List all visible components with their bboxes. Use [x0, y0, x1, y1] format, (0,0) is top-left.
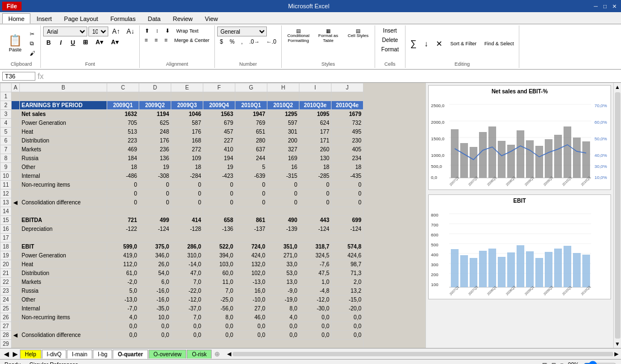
- cell[interactable]: 0,0: [203, 331, 235, 340]
- tab-review[interactable]: Review: [167, 13, 199, 24]
- cell[interactable]: 286,0: [171, 242, 203, 251]
- cell[interactable]: 1295: [267, 110, 299, 119]
- formula-input[interactable]: [46, 72, 619, 80]
- cell[interactable]: 272: [171, 145, 203, 154]
- tab-insert[interactable]: Insert: [30, 13, 58, 24]
- cell[interactable]: Non-recurring items: [20, 313, 107, 322]
- cell[interactable]: Markets: [20, 278, 107, 287]
- cell[interactable]: -15,0: [331, 296, 364, 304]
- cell[interactable]: 8,0: [203, 313, 235, 322]
- format-painter-button[interactable]: 🖌: [27, 49, 38, 57]
- cell[interactable]: 513: [107, 128, 139, 136]
- vertical-scrollbar[interactable]: ▲ ▼: [613, 83, 621, 348]
- cell[interactable]: 0,0: [299, 331, 331, 340]
- cell[interactable]: 132,0: [235, 260, 267, 269]
- align-bottom-button[interactable]: ⬇: [162, 27, 172, 35]
- cell[interactable]: [12, 287, 20, 296]
- cell[interactable]: 1095: [299, 110, 331, 119]
- cell[interactable]: 0: [107, 198, 139, 207]
- cell[interactable]: 102,0: [235, 269, 267, 278]
- col-header-G[interactable]: G: [235, 83, 267, 92]
- cell[interactable]: 18: [331, 163, 364, 172]
- font-size-select[interactable]: 10: [88, 27, 108, 36]
- cell[interactable]: 200: [267, 136, 299, 145]
- cell[interactable]: 394,0: [203, 251, 235, 260]
- view-normal-icon[interactable]: ▦: [542, 362, 547, 364]
- cell[interactable]: 2010Q4e: [331, 101, 364, 110]
- cell[interactable]: -22,0: [171, 287, 203, 296]
- cell[interactable]: [203, 207, 235, 216]
- cell[interactable]: [12, 154, 20, 163]
- cell[interactable]: 375,0: [139, 242, 171, 251]
- cell[interactable]: 0: [203, 181, 235, 189]
- cell[interactable]: -4,8: [299, 287, 331, 296]
- fill-color-button[interactable]: A▾: [92, 38, 107, 47]
- tab-formulas[interactable]: Formulas: [104, 13, 142, 24]
- cell[interactable]: 6,0: [139, 278, 171, 287]
- cell[interactable]: -19,0: [267, 296, 299, 304]
- comma-button[interactable]: ,: [239, 38, 246, 46]
- cell[interactable]: 136: [139, 154, 171, 163]
- font-name-select[interactable]: Arial: [43, 27, 87, 36]
- cell[interactable]: 0,0: [235, 322, 267, 331]
- cell[interactable]: Non-recurring items: [20, 181, 107, 189]
- scroll-right-tab-button[interactable]: ▶: [11, 350, 19, 358]
- bold-button[interactable]: B: [43, 38, 54, 47]
- cell-reference-input[interactable]: [2, 72, 35, 81]
- cell[interactable]: 732: [331, 119, 364, 128]
- cell[interactable]: -2,0: [107, 278, 139, 287]
- font-color-button[interactable]: A▾: [108, 38, 122, 47]
- cell[interactable]: 410: [203, 145, 235, 154]
- cell[interactable]: 177: [299, 128, 331, 136]
- cell[interactable]: 0,0: [107, 331, 139, 340]
- cell[interactable]: 861: [235, 216, 267, 225]
- cell[interactable]: 112,0: [107, 260, 139, 269]
- cell[interactable]: 637: [235, 145, 267, 154]
- cell[interactable]: 0: [235, 198, 267, 207]
- cell[interactable]: 7,0: [171, 313, 203, 322]
- cell[interactable]: 721: [107, 216, 139, 225]
- cell[interactable]: -7,6: [299, 260, 331, 269]
- cell[interactable]: Power Generation: [20, 251, 107, 260]
- cell[interactable]: 1563: [203, 110, 235, 119]
- view-break-icon[interactable]: ≡: [560, 362, 564, 364]
- cell[interactable]: [12, 313, 20, 322]
- cell[interactable]: 0: [299, 189, 331, 198]
- cell[interactable]: 26,0: [139, 260, 171, 269]
- cell[interactable]: 1632: [107, 110, 139, 119]
- cell[interactable]: Heat: [20, 128, 107, 136]
- cell[interactable]: EBIT: [20, 242, 107, 251]
- cell[interactable]: Internal: [20, 172, 107, 181]
- scroll-down-button[interactable]: ▼: [614, 340, 621, 348]
- cell[interactable]: 0: [107, 189, 139, 198]
- cell[interactable]: -13,0: [107, 296, 139, 304]
- copy-button[interactable]: ⧉: [27, 39, 38, 48]
- align-right-button[interactable]: ≡: [162, 36, 171, 44]
- cell[interactable]: -124: [139, 225, 171, 234]
- border-button[interactable]: ⊞: [80, 38, 91, 47]
- cell[interactable]: -285: [299, 172, 331, 181]
- cell[interactable]: 2009Q1: [107, 101, 139, 110]
- cell[interactable]: 0: [171, 189, 203, 198]
- cell[interactable]: 248: [139, 128, 171, 136]
- cell[interactable]: 103,0: [203, 260, 235, 269]
- cell[interactable]: Power Generation: [20, 119, 107, 128]
- cell[interactable]: 176: [171, 128, 203, 136]
- cell[interactable]: [12, 119, 20, 128]
- cell[interactable]: [20, 322, 107, 331]
- cell[interactable]: 236: [139, 145, 171, 154]
- cell[interactable]: 0,0: [331, 331, 364, 340]
- cell[interactable]: 7,0: [203, 287, 235, 296]
- cell[interactable]: 194: [203, 154, 235, 163]
- cell[interactable]: 310,0: [171, 251, 203, 260]
- cell[interactable]: 346,0: [139, 251, 171, 260]
- cell[interactable]: 599,0: [107, 242, 139, 251]
- increase-font-button[interactable]: A↑: [109, 27, 123, 36]
- cell[interactable]: 7,0: [171, 278, 203, 287]
- sheet-tab-imain[interactable]: I-main: [67, 350, 92, 358]
- cell[interactable]: 16,0: [235, 287, 267, 296]
- format-as-table-button[interactable]: ▦ Format as Table: [314, 27, 343, 45]
- cell[interactable]: [12, 172, 20, 181]
- cell[interactable]: -35,0: [139, 304, 171, 313]
- cell[interactable]: 0,0: [171, 322, 203, 331]
